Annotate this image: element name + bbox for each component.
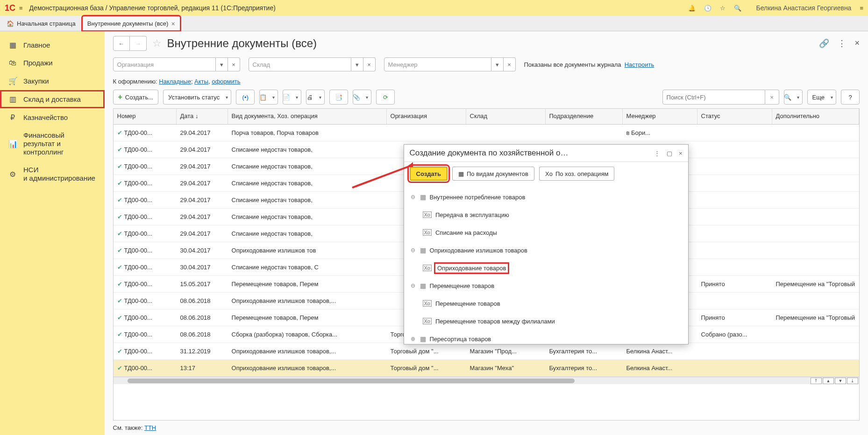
copy-split-button[interactable]: 📋 [259, 90, 278, 105]
link-nakladnye[interactable]: Накладные [159, 78, 191, 85]
search-input[interactable] [662, 90, 765, 105]
doc-icon: ✔ [117, 129, 122, 136]
tree-leaf[interactable]: XoПередача в эксплуатацию [410, 206, 683, 224]
system-menu-icon[interactable]: ≡ [860, 5, 863, 12]
sidebar-item[interactable]: 🛒Закупки [0, 72, 105, 90]
column-header[interactable]: Менеджер [623, 109, 697, 124]
home-icon: 🏠 [7, 20, 14, 27]
popup-byop-button[interactable]: XoПо хоз. операциям [539, 167, 614, 181]
set-status-button[interactable]: Установить статус [163, 90, 231, 105]
more-button[interactable]: Еще [807, 90, 836, 105]
filter-warehouse[interactable]: Склад ▾ × [249, 57, 376, 71]
star-icon[interactable]: ☆ [720, 5, 726, 12]
nav-up-button[interactable]: ▲ [823, 378, 834, 384]
sidebar-item[interactable]: 📊Финансовыйрезультат и контроллинг [0, 126, 105, 161]
popup-tree: ⊖▦Внутреннее потребление товаровXoПереда… [404, 185, 688, 344]
link-icon[interactable]: 🔗 [819, 38, 829, 49]
table-row[interactable]: ✔ТД00-00...29.04.2017Порча товаров, Порч… [114, 125, 859, 141]
based-on-button[interactable]: 📄 [283, 90, 301, 105]
tree-group[interactable]: ⊕▦Пересортица товаров [410, 330, 683, 344]
attach-button[interactable]: 📎 [353, 90, 371, 105]
popup-menu-icon[interactable]: ⋮ [654, 150, 660, 157]
nav-down-button[interactable]: ▼ [835, 378, 846, 384]
tree-leaf[interactable]: XoОприходование товаров [410, 259, 683, 277]
tree-group[interactable]: ⊖▦Оприходование излишков товаров [410, 241, 683, 259]
search-run-button[interactable]: 🔍 [784, 90, 803, 105]
tab-active[interactable]: Внутренние документы (все) × [82, 16, 180, 31]
clear-icon[interactable]: × [228, 57, 240, 71]
refresh-button[interactable]: ⟳ [376, 90, 395, 105]
content: ← → ☆ Внутренние документы (все) 🔗 ⋮ × О… [105, 31, 868, 435]
dropdown-icon[interactable]: ▾ [216, 57, 228, 71]
footer-ttn-link[interactable]: ТТН [144, 424, 156, 431]
dropdown-icon[interactable]: ▾ [491, 57, 504, 71]
column-header[interactable]: Склад [466, 109, 546, 124]
sidebar-item[interactable]: ▥Склад и доставка [0, 90, 105, 108]
toggle-icon[interactable]: ⊖ [410, 247, 416, 253]
table-row[interactable]: ✔ТД00-00...13:17Оприходование излишков т… [114, 360, 859, 377]
filter-organization[interactable]: Организация ▾ × [113, 57, 240, 71]
filter-organization-input[interactable]: Организация [113, 57, 216, 71]
link-oformit[interactable]: оформить [212, 78, 240, 85]
column-header[interactable]: Организация [387, 109, 466, 124]
dropdown-icon[interactable]: ▾ [351, 57, 363, 71]
help-button[interactable]: ? [841, 90, 860, 105]
nav-forward-button[interactable]: → [130, 36, 147, 51]
history-icon[interactable]: 🕓 [704, 5, 711, 12]
search-box[interactable]: × [662, 90, 779, 105]
sidebar-item[interactable]: ▦Главное [0, 36, 105, 54]
dt-button[interactable]: (•) [236, 90, 255, 105]
user-name[interactable]: Белкина Анастасия Георгиевна [756, 4, 852, 12]
popup-close-icon[interactable]: × [679, 150, 683, 157]
favorite-star-icon[interactable]: ☆ [152, 37, 162, 49]
filter-manager[interactable]: Менеджер ▾ × [384, 57, 516, 71]
clear-icon[interactable]: × [504, 57, 516, 71]
xo-icon: Xo [423, 211, 432, 218]
horizontal-scrollbar[interactable]: ⤒ ▲ ▼ ⤓ [114, 377, 859, 384]
nav-top-button[interactable]: ⤒ [811, 378, 822, 384]
tab-home[interactable]: 🏠 Начальная страница [0, 16, 82, 31]
column-header[interactable]: Статус [697, 109, 772, 124]
bell-icon[interactable]: 🔔 [688, 5, 696, 12]
sidebar-item-label: Главное [23, 41, 50, 49]
doc-icon: ✔ [117, 331, 122, 338]
clear-icon[interactable]: × [363, 57, 376, 71]
tree-leaf[interactable]: XoПеремещение товаров [410, 295, 683, 312]
search-icon[interactable]: 🔍 [734, 5, 741, 12]
close-page-icon[interactable]: × [854, 38, 860, 49]
column-header[interactable]: Дата ↓ [177, 109, 228, 124]
more-icon[interactable]: ⋮ [838, 38, 846, 49]
tab-close-icon[interactable]: × [171, 20, 175, 28]
toggle-icon[interactable]: ⊖ [410, 194, 416, 200]
tree-group[interactable]: ⊖▦Перемещение товаров [410, 277, 683, 295]
hamburger-icon[interactable]: ≡ [19, 5, 23, 12]
table-row[interactable]: ✔ТД00-00...31.12.2019Оприходование излиш… [114, 343, 859, 360]
popup-create-button[interactable]: Создать [410, 167, 448, 181]
tree-group[interactable]: ⊖▦Внутреннее потребление товаров [410, 188, 683, 206]
column-header[interactable]: Вид документа, Хоз. операция [228, 109, 387, 124]
report-button[interactable]: 📑 [329, 90, 348, 105]
search-clear-button[interactable]: × [765, 90, 779, 105]
logo-1c: 1С [5, 3, 15, 13]
list-icon: ▦ [458, 170, 464, 177]
filter-manager-input[interactable]: Менеджер [384, 57, 491, 71]
column-header[interactable]: Номер [114, 109, 177, 124]
popup-bydoc-button[interactable]: ▦По видам документов [452, 167, 534, 181]
sidebar-item[interactable]: 🛍Продажи [0, 54, 105, 72]
filter-warehouse-input[interactable]: Склад [249, 57, 351, 71]
column-header[interactable]: Подразделение [546, 109, 623, 124]
tree-leaf[interactable]: XoПеремещение товаров между филиалами [410, 312, 683, 330]
column-header[interactable]: Дополнительно [772, 109, 859, 124]
print-button[interactable]: 🖨 [306, 90, 325, 105]
sidebar-item[interactable]: ⚙НСИи администрирование [0, 161, 105, 187]
link-akty[interactable]: Акты [194, 78, 208, 85]
toggle-icon[interactable]: ⊕ [410, 336, 416, 342]
popup-maximize-icon[interactable]: ▢ [667, 150, 672, 157]
nav-back-button[interactable]: ← [113, 36, 130, 51]
filter-setup-link[interactable]: Настроить [625, 61, 655, 68]
toggle-icon[interactable]: ⊖ [410, 282, 416, 289]
create-button[interactable]: +Создать... [113, 90, 159, 105]
nav-bottom-button[interactable]: ⤓ [847, 378, 858, 384]
sidebar-item[interactable]: ₽Казначейство [0, 108, 105, 126]
tree-leaf[interactable]: XoСписание на расходы [410, 224, 683, 241]
